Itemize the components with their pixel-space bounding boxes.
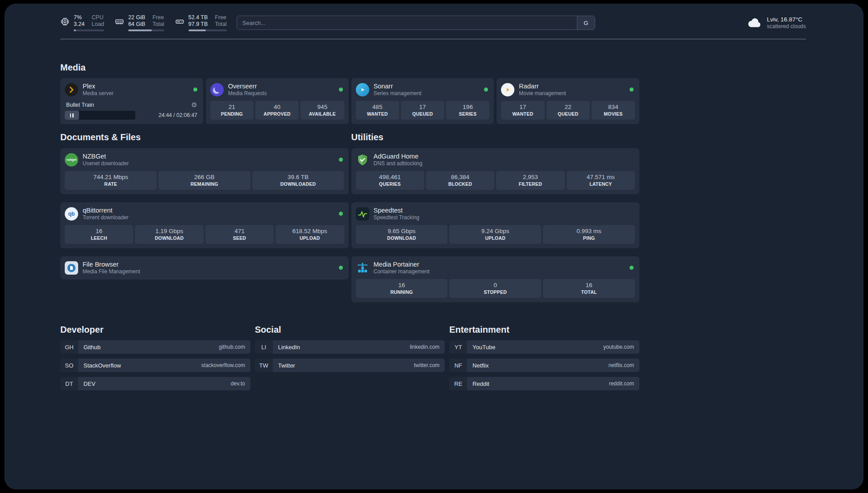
section-title-utilities: Utilities	[351, 132, 640, 142]
bookmark-reddit[interactable]: RE Reddit reddit.com	[449, 377, 639, 390]
service-card-adguard[interactable]: AdGuard Home DNS and adblocking 498,461 …	[351, 148, 640, 194]
service-subtitle: Container management	[374, 268, 430, 275]
stat-blocked: 86,384 BLOCKED	[426, 171, 494, 190]
bookmark-abbr: TW	[255, 359, 273, 372]
stat-total: 16 TOTAL	[543, 279, 635, 298]
service-name: Speedtest	[374, 206, 420, 214]
stat-series: 196 SERIES	[446, 101, 489, 120]
portainer-icon	[356, 261, 369, 275]
stat-movies: 834 MOVIES	[592, 101, 635, 120]
bookmark-name: Reddit	[472, 380, 489, 387]
disk-free-label: Free	[215, 14, 226, 21]
stat-filtered: 2,953 FILTERED	[496, 171, 564, 190]
stat-queries: 498,461 QUERIES	[356, 171, 424, 190]
disk-total-value: 97.9 TB	[188, 21, 208, 28]
status-dot	[630, 266, 634, 270]
service-subtitle: Usenet downloader	[83, 160, 129, 167]
bookmark-abbr: LI	[255, 340, 273, 354]
memory-free-value: 22 GiB	[128, 14, 145, 21]
bookmark-domain: twitter.com	[414, 362, 439, 368]
disk-icon	[175, 17, 184, 26]
service-subtitle: Speedtest Tracking	[374, 214, 420, 221]
cpu-progress-bar	[74, 29, 104, 31]
cpu-usage-value: 7%	[74, 14, 84, 21]
bookmark-abbr: NF	[449, 359, 467, 372]
search-provider-button[interactable]: G	[577, 16, 595, 29]
bookmark-group-entertainment: Entertainment YT YouTube youtube.com NF …	[449, 325, 639, 390]
service-card-sonarr[interactable]: Sonarr Series management 485 WANTED 17 Q…	[351, 78, 494, 124]
now-playing-time: 24:44 / 02:06:47	[159, 112, 199, 118]
bookmark-linkedin[interactable]: LI LinkedIn linkedin.com	[255, 340, 445, 354]
disk-total-label: Total	[215, 21, 226, 28]
section-title-social: Social	[255, 325, 445, 335]
bookmark-stackoverflow[interactable]: SO StackOverflow stackoverflow.com	[60, 359, 250, 372]
service-card-overseerr[interactable]: Overseerr Media Requests 21 PENDING 40 A…	[206, 78, 349, 124]
service-subtitle: Media Requests	[228, 90, 267, 97]
bookmark-dev[interactable]: DT DEV dev.to	[60, 377, 250, 390]
service-card-radarr[interactable]: Radarr Movie management 17 WANTED 22 QUE…	[497, 78, 639, 124]
bookmark-github[interactable]: GH Github github.com	[60, 340, 250, 354]
now-playing-title: Bullet Train	[66, 102, 94, 108]
stat-downloaded: 39.6 TB DOWNLOADED	[252, 171, 344, 190]
nzbget-icon: nzbget	[65, 153, 78, 167]
bookmark-domain: linkedin.com	[410, 344, 440, 350]
media-progress-bar[interactable]	[65, 111, 135, 120]
stat-wanted: 17 WANTED	[501, 101, 544, 120]
stat-rate: 744.21 Mbps RATE	[65, 171, 157, 190]
bookmark-group-social: Social LI LinkedIn linkedin.com TW Twitt…	[255, 325, 445, 390]
qbittorrent-icon: qb	[65, 207, 78, 221]
bookmark-twitter[interactable]: TW Twitter twitter.com	[255, 359, 445, 372]
utilities-column: Utilities AdGuard Home DNS and adblockin…	[351, 132, 640, 302]
bookmark-name: Github	[83, 344, 100, 351]
top-bar: 7% CPU 3.24 Load 22 GiB Free 64 G	[60, 14, 806, 31]
service-name: qBittorrent	[83, 206, 129, 214]
gear-icon[interactable]: ⚙	[191, 101, 197, 108]
service-card-plex[interactable]: Plex Media server Bullet Train ⚙ 24:4	[60, 78, 203, 124]
bookmark-abbr: DT	[60, 377, 78, 390]
stat-wanted: 485 WANTED	[356, 101, 399, 120]
bookmark-abbr: RE	[449, 377, 467, 390]
service-card-qbittorrent[interactable]: qb qBittorrent Torrent downloader 16 LEE…	[60, 202, 349, 248]
status-dot	[193, 88, 197, 92]
service-subtitle: Media server	[83, 90, 113, 97]
memory-total-value: 64 GiB	[128, 21, 145, 28]
service-subtitle: Media File Management	[83, 268, 140, 275]
bookmark-netflix[interactable]: NF Netflix netflix.com	[449, 359, 639, 372]
stat-approved: 40 APPROVED	[255, 101, 299, 120]
dashboard-panel: 7% CPU 3.24 Load 22 GiB Free 64 G	[4, 4, 864, 489]
section-title-entertainment: Entertainment	[449, 325, 639, 335]
disk-progress-bar	[188, 29, 227, 31]
bookmark-domain: github.com	[219, 344, 245, 350]
bookmark-abbr: YT	[449, 340, 467, 354]
service-card-speedtest[interactable]: Speedtest Speedtest Tracking 9.65 Gbps D…	[351, 202, 640, 248]
service-card-nzbget[interactable]: nzbget NZBGet Usenet downloader 744.21 M…	[60, 148, 349, 194]
header-divider	[60, 39, 806, 39]
stat-available: 945 AVAILABLE	[300, 101, 344, 120]
service-name: File Browser	[83, 260, 140, 268]
stat-queued: 22 QUEUED	[547, 101, 590, 120]
stat-pending: 21 PENDING	[210, 101, 254, 120]
bookmark-domain: stackoverflow.com	[201, 362, 245, 368]
memory-total-label: Total	[152, 21, 164, 28]
bookmark-youtube[interactable]: YT YouTube youtube.com	[449, 340, 639, 354]
bookmark-name: DEV	[83, 380, 96, 387]
documents-column: Documents & Files nzbget NZBGet Usenet d…	[60, 132, 349, 302]
search-input[interactable]	[237, 16, 577, 29]
service-card-portainer[interactable]: Media Portainer Container management 16 …	[351, 256, 640, 302]
bookmark-domain: netflix.com	[609, 362, 634, 368]
section-title-developer: Developer	[60, 325, 250, 335]
service-name: Media Portainer	[374, 260, 430, 268]
stat-latency: 47.571 ms LATENCY	[567, 171, 635, 190]
bookmark-domain: reddit.com	[609, 380, 634, 387]
status-dot	[484, 88, 488, 92]
bookmark-domain: dev.to	[231, 380, 245, 387]
service-name: Overseerr	[228, 82, 267, 90]
cpu-load-value: 3.24	[74, 21, 84, 28]
stat-leech: 16 LEECH	[65, 225, 133, 244]
pause-icon[interactable]	[70, 113, 74, 117]
bookmark-abbr: GH	[60, 340, 78, 354]
weather-condition: scattered clouds	[767, 23, 806, 30]
bookmark-group-developer: Developer GH Github github.com SO StackO…	[60, 325, 250, 390]
memory-icon	[115, 17, 124, 26]
service-card-filebrowser[interactable]: File Browser Media File Management	[60, 256, 349, 280]
